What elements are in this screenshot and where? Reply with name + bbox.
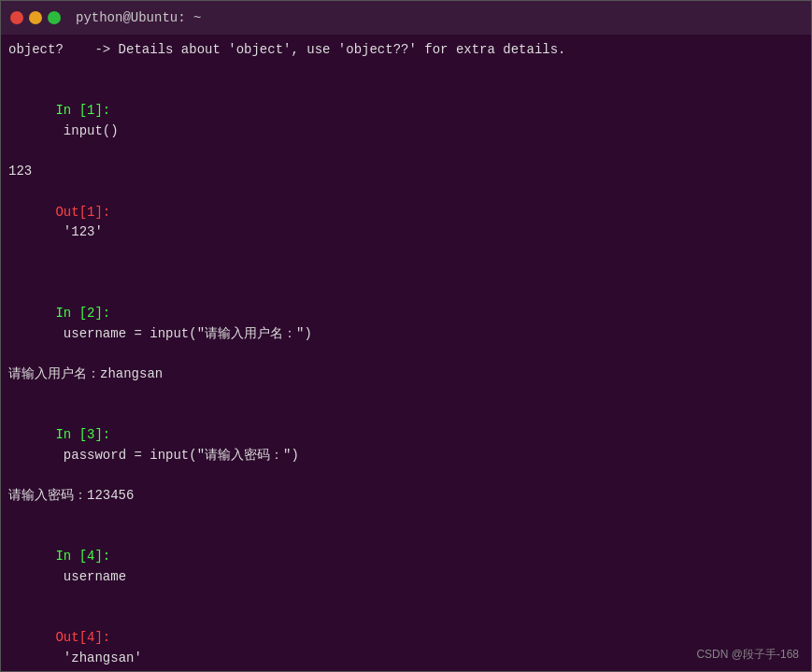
maximize-button[interactable] — [48, 11, 61, 24]
watermark: CSDN @段子手-168 — [696, 647, 799, 663]
in-4: In [4]: username — [8, 527, 804, 608]
in-2: In [2]: username = input("请输入用户名：") — [8, 283, 804, 365]
out-1-raw: 123 — [8, 162, 804, 182]
out-4: Out[4]: 'zhangsan' — [8, 608, 804, 671]
blank-line-2 — [8, 264, 804, 284]
traffic-lights — [10, 11, 61, 24]
in-1: In [1]: input() — [8, 80, 804, 162]
blank-line-4 — [8, 507, 804, 527]
object-info-line: object? -> Details about 'object', use '… — [8, 40, 804, 61]
window-title: python@Ubuntu: ~ — [76, 10, 201, 25]
out-1: Out[1]: '123' — [8, 182, 804, 264]
terminal-window: python@Ubuntu: ~ object? -> Details abou… — [0, 0, 812, 672]
out-3-raw: 请输入密码：123456 — [8, 486, 804, 507]
out-2-raw: 请输入用户名：zhangsan — [8, 365, 804, 385]
minimize-button[interactable] — [29, 11, 42, 24]
terminal-body[interactable]: object? -> Details about 'object', use '… — [1, 35, 811, 671]
titlebar: python@Ubuntu: ~ — [1, 1, 811, 35]
blank-line-3 — [8, 385, 804, 406]
blank-line-1 — [8, 61, 804, 81]
close-button[interactable] — [10, 11, 23, 24]
in-3: In [3]: password = input("请输入密码：") — [8, 405, 804, 486]
